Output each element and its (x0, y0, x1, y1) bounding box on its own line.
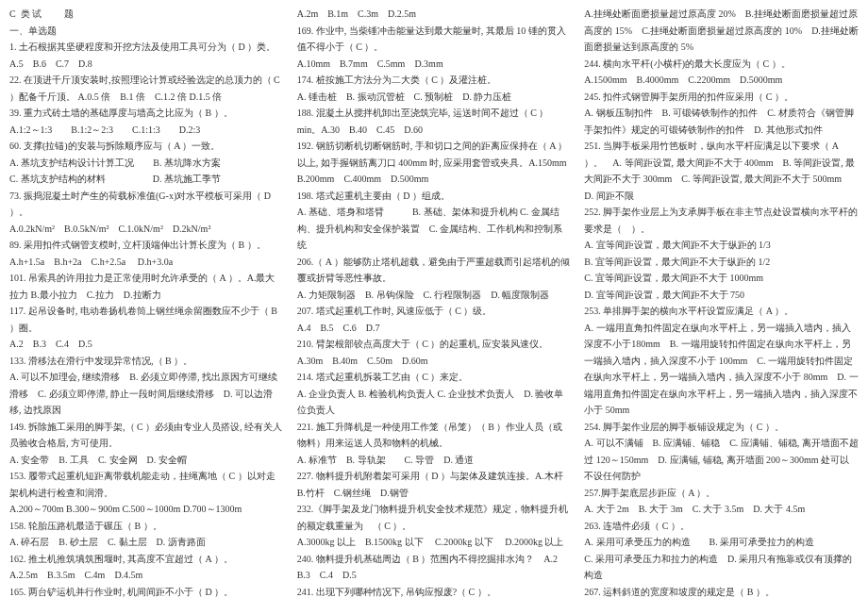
q232: 232.《脚手架及龙门物料提升机安全技术规范》规定，物料提升机的额定载重量为 （… (297, 501, 572, 534)
q257-opts: A. 大于 2m B. 大于 3m C. 大于 3.5m D. 大于 4.5m (584, 501, 859, 518)
q117-opts: A.2 B.3 C.4 D.5 (9, 336, 284, 353)
q252-opts: A. 宜等间距设置，最大间距不大于纵距的 1/3 (584, 237, 859, 254)
section-1-heading: 一、单选题 (9, 23, 284, 40)
q188: 188. 混凝土从搅拌机卸出至浇筑完毕, 运送时间不超过（ C ）min。A.3… (297, 105, 572, 138)
q267: 267. 运料斜道的宽度和坡度的规定是（ B ）。 (584, 584, 859, 601)
q221: 221. 施工升降机是一种使用工作笼（吊笼）（ B ）作业人员（或物料）用来运送… (297, 419, 572, 452)
q252-opts3: C. 宜等间距设置，最大间距不大于 1000mm (584, 270, 859, 287)
q254: 254. 脚手架作业层的脚手板铺设规定为（ C ）。 (584, 419, 859, 436)
q244: 244. 横向水平杆(小横杆)的最大长度应为（ C ）。 (584, 56, 859, 73)
exam-page: C 类试 题一、单选题1. 土石根据其坚硬程度和开挖方法及使用工具可分为（ D … (0, 0, 868, 614)
q169-opts: A.10mm B.7mm C.5mm D.3mm (297, 56, 572, 73)
q198-opts: A. 基础、塔身和塔臂 B. 基础、架体和提升机构 C. 金属结构、提升机构和安… (297, 204, 572, 254)
q22: 22. 在顶进千斤顶安装时,按照理论计算或经验选定的总顶力的（ C ）配备千斤顶… (9, 72, 284, 105)
q133: 133. 滑移法在滑行中发现异常情况,（ B ）。 (9, 353, 284, 370)
q149-opts: A. 安全带 B. 工具 C. 安全网 D. 安全帽 (9, 452, 284, 469)
q165: 165. 两台铲运机并行作业时, 机间间距不小于（ D ）。 (9, 584, 284, 601)
q73-opts: A.0.2kN/m² B.0.5kN/m² C.1.0kN/m² D.2kN/m… (9, 221, 284, 238)
q198: 198. 塔式起重机主要由（ D ）组成。 (297, 188, 572, 205)
q206: 206.（ A ）能够防止塔机超载，避免由于严重超载而引起塔机的倾覆或折臂等恶性… (297, 254, 572, 287)
q207-opts: A.4 B.5 C.6 D.7 (297, 320, 572, 337)
q253: 253. 单排脚手架的横向水平杆设置应满足（ A ）。 (584, 303, 859, 320)
q206-opts: A. 力矩限制器 B. 吊钩保险 C. 行程限制器 D. 幅度限制器 (297, 287, 572, 304)
q210: 210. 臂架根部铰点高度大于（ C ）的起重机, 应安装风速仪。A.30m B… (297, 336, 572, 369)
q263-opts2: C. 采用可承受压力和拉力的构造 D. 采用只有拖靠或仅有顶撑的构造 (584, 551, 859, 584)
q240: 240. 物料提升机基础周边（ B ）范围内不得挖掘排水沟？ A.2 B.3 C… (297, 551, 572, 584)
q153: 153. 履带式起重机短距离带载机能走动，挂绳离地（ C ）以对走架机构进行检查… (9, 468, 284, 501)
q221-opts: A. 标准节 B. 导轨架 C. 导管 D. 通道 (297, 452, 572, 469)
q241: 241. 出现下列哪种情况下, 吊钩应报废?（ C ）。 (297, 584, 572, 601)
q73: 73. 振捣混凝土时产生的荷载标准值(G-x)对水平模板可采用（ D ）。 (9, 188, 284, 221)
q89: 89. 采用扣件式钢管支模时, 立杆顶端伸出计算长度为（ B ）。A.h+1.5… (9, 237, 284, 270)
q158: 158. 轮胎压路机最适于碾压（ B ）。 (9, 518, 284, 535)
q241-opts: A.挂绳处断面磨损量超过原高度 20% B.挂绳处断面磨损量超过原高度的 15%… (584, 6, 859, 56)
q60-opts: A. 基坑支护结构设计计算工况 B. 基坑降水方案 (9, 155, 284, 172)
q232-opts: A.3000kg 以上 B.1500kg 以下 C.2000kg 以下 D.20… (297, 534, 572, 551)
q254-opts: A. 可以不满铺 B. 应满铺、铺稳 C. 应满铺、铺稳, 离开墙面不超过 12… (584, 435, 859, 485)
q192: 192. 钢筋切断机切断钢筋时, 手和切口之间的距离应保持在（ A ）以上, 如… (297, 138, 572, 188)
q133-opts: A. 可以不加理会, 继续滑移 B. 必须立即停滞, 找出原因方可继续滑移 C.… (9, 369, 284, 419)
q214: 214. 塔式起重机拆装工艺由（ C ）来定。 (297, 369, 572, 386)
q214-opts: A. 企业负责人 B. 检验机构负责人 C. 企业技术负责人 D. 验收单位负责… (297, 386, 572, 419)
q39-opts: A.1:2～1:3 B.1:2～2:3 C.1:1:3 D.2:3 (9, 122, 284, 139)
q244-opts: A.1500mm B.4000mm C.2200mm D.5000mm (584, 72, 859, 89)
exam-category: C 类试 题 (9, 6, 284, 23)
q245-opts: A. 钢板压制扣件 B. 可锻铸铁制作的扣件 C. 材质符合《钢管脚手架扣件》规… (584, 105, 859, 138)
q39: 39. 重力式砖土墙的基础厚度与墙高之比应为（ B ）。 (9, 105, 284, 122)
q227: 227. 物料提升机附着架可采用（ D ）与架体及建筑连接。A.木杆 B.竹杆 … (297, 468, 572, 501)
q1: 1. 土石根据其坚硬程度和开挖方法及使用工具可分为（ D ）类。A.5 B.6 … (9, 39, 284, 72)
q60-opts2: C. 基坑支护结构的材料 D. 基坑施工季节 (9, 171, 284, 188)
q162-opts: A.2.5m B.3.5m C.4m D.4.5m (9, 567, 284, 584)
q174: 174. 桩按施工方法分为二大类（ C ）及灌注桩。 (297, 72, 572, 89)
q245: 245. 扣件式钢管脚手架所用的扣件应采用（ C ）。 (584, 89, 859, 106)
q263-opts: A. 采用可承受压力的构造 B. 采用可承受拉力的构造 (584, 534, 859, 551)
q117: 117. 起吊设备时, 电动卷扬机卷筒上钢丝绳余留圈数应不少于（ B ）圈。 (9, 303, 284, 336)
q149: 149. 拆除施工采用的脚手架,（ C ）必须由专业人员搭设, 经有关人员验收合… (9, 419, 284, 452)
q251: 251. 当脚手板采用竹笆板时，纵向水平杆应满足以下要求（ A ）。 A. 等间… (584, 138, 859, 204)
q165-opts: A.2m B.1m C.3m D.2.5m (297, 6, 572, 23)
q174-opts: A. 锤击桩 B. 振动沉管桩 C. 预制桩 D. 静力压桩 (297, 89, 572, 106)
q207: 207. 塔式起重机工作时, 风速应低于（ C ）级。 (297, 303, 572, 320)
q158-opts: A. 碎石层 B. 砂土层 C. 黏土层 D. 沥青路面 (9, 534, 284, 551)
q252-opts4: D. 宜等间距设置，最大间距不大于 750 (584, 287, 859, 304)
q162: 162. 推土机推筑填筑围堰时, 其高度不宜超过（ A ）。 (9, 551, 284, 568)
q257: 257.脚手架底层步距应（ A ）。 (584, 485, 859, 502)
q252: 252. 脚手架作业层上为支承脚手板在非主节点处设置横向水平杆的要求是（ ）。 (584, 204, 859, 237)
q101: 101. 吊索具的许用拉力是正常使用时允许承受的（ A ）。A.最大拉力 B.最… (9, 270, 284, 303)
q263: 263. 连墙件必须（ C ）。 (584, 518, 859, 535)
q60: 60. 支撑(拉锚)的安装与拆除顺序应与（ A ）一致。 (9, 138, 284, 155)
q252-opts2: B. 宜等间距设置，最大间距不大于纵距的 1/2 (584, 254, 859, 271)
q253-opts: A. 一端用直角扣件固定在纵向水平杆上，另一端插入墙内，插入深度不小于180mm… (584, 320, 859, 419)
q153-opts: A.200～700m B.300～900m C.500～1000m D.700～… (9, 501, 284, 518)
q169: 169. 作业中, 当柴锤冲击能量达到最大能量时, 其最后 10 锤的贯入值不得… (297, 23, 572, 56)
